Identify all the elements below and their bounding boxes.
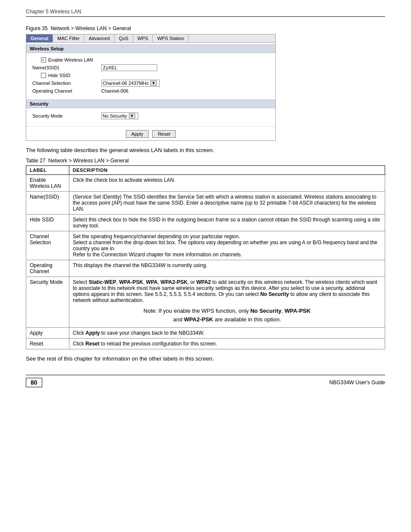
security-content: Security Mode No Security ▼: [26, 108, 275, 124]
row-desc-channel-selection: Set the operating frequency/channel depe…: [69, 231, 385, 260]
table-row: Hide SSID Select this check box to hide …: [26, 215, 385, 231]
footer-body-text-content: See the rest of this chapter for informa…: [26, 355, 214, 362]
security-section-header: Security: [26, 100, 275, 108]
row-label-security-mode: Security Mode: [26, 277, 69, 328]
row-desc-enable-wireless-lan: Click the check box to activate wireless…: [69, 175, 385, 192]
data-table: LABEL DESCRIPTION Enable Wireless LAN Cl…: [26, 165, 385, 349]
wireless-setup-label: Wireless Setup: [30, 46, 64, 51]
row-desc-reset: Click Reset to reload the previous confi…: [69, 339, 385, 349]
table-row: Security Mode Select Static-WEP, WPA-PSK…: [26, 277, 385, 328]
table-caption: Table 27 Network > Wireless LAN > Genera…: [26, 158, 385, 164]
table-caption-label: Table 27: [26, 158, 45, 164]
row-label-apply: Apply: [26, 328, 69, 339]
tab-mac-filter[interactable]: MAC Filter: [53, 34, 84, 42]
body-text: The following table describes the genera…: [26, 147, 385, 153]
table-row: Enable Wireless LAN Click the check box …: [26, 175, 385, 192]
figure-label: Figure 35: [26, 25, 48, 31]
enable-wireless-lan-row: Enable Wireless LAN: [41, 57, 269, 62]
footer-body-text: See the rest of this chapter for informa…: [26, 355, 385, 362]
wireless-setup-content: Enable Wireless LAN Name(SSID) Hide SSID…: [26, 53, 275, 98]
row-label-name-ssid: Name(SSID): [26, 192, 69, 215]
reset-button[interactable]: Reset: [152, 130, 176, 138]
tab-general[interactable]: General: [26, 34, 53, 42]
tab-wps[interactable]: WPS: [133, 34, 153, 42]
figure-title: Network > Wireless LAN > General: [50, 25, 131, 31]
tab-wps-station[interactable]: WPS Station: [153, 34, 189, 42]
channel-selection-value: Channel-06 2437MHz: [103, 81, 149, 86]
name-ssid-label: Name(SSID): [32, 65, 101, 70]
table-row: Reset Click Reset to reload the previous…: [26, 339, 385, 349]
security-mode-value: No Security: [103, 113, 127, 118]
table-row: Name(SSID) (Service Set IDentity) The SS…: [26, 192, 385, 215]
operating-channel-label: Operating Channel: [32, 88, 101, 93]
table-row: Apply Click Apply to save your changes b…: [26, 328, 385, 339]
row-label-operating-channel: Operating Channel: [26, 260, 69, 277]
security-mode-row: Security Mode No Security ▼: [32, 112, 269, 119]
chapter-title: Chapter 5 Wireless LAN: [26, 9, 81, 15]
ui-screenshot-box: General MAC Filter Advanced QoS WPS WPS …: [26, 34, 276, 141]
security-mode-note: Note: If you enable the WPS function, on…: [73, 307, 381, 324]
button-row: Apply Reset: [26, 126, 275, 140]
enable-wireless-lan-checkbox[interactable]: [41, 57, 46, 62]
col-header-description: DESCRIPTION: [69, 166, 385, 175]
security-section-label: Security: [30, 101, 48, 106]
channel-selection-select[interactable]: Channel-06 2437MHz ▼: [101, 80, 160, 87]
table-row: Channel Selection Set the operating freq…: [26, 231, 385, 260]
operating-channel-value: Channel-006: [101, 88, 128, 93]
hide-ssid-row: Hide SSID: [41, 73, 269, 78]
hide-ssid-label: Hide SSID: [48, 73, 70, 78]
col-header-label: LABEL: [26, 166, 69, 175]
row-desc-hide-ssid: Select this check box to hide the SSID i…: [69, 215, 385, 231]
guide-name: NBG334W User's Guide: [329, 380, 385, 386]
row-desc-security-mode: Select Static-WEP, WPA-PSK, WPA, WPA2-PS…: [69, 277, 385, 328]
row-desc-name-ssid: (Service Set IDentity) The SSID identifi…: [69, 192, 385, 215]
wireless-setup-section-header: Wireless Setup: [26, 44, 275, 53]
tab-bar: General MAC Filter Advanced QoS WPS WPS …: [26, 34, 275, 43]
table-row: Operating Channel This displays the chan…: [26, 260, 385, 277]
row-desc-apply: Click Apply to save your changes back to…: [69, 328, 385, 339]
table-caption-title: Network > Wireless LAN > General: [48, 158, 129, 164]
tab-advanced[interactable]: Advanced: [84, 34, 115, 42]
row-label-hide-ssid: Hide SSID: [26, 215, 69, 231]
chapter-header: Chapter 5 Wireless LAN: [26, 9, 385, 17]
name-ssid-row: Name(SSID): [32, 64, 269, 71]
security-mode-arrow: ▼: [129, 113, 135, 118]
security-mode-select[interactable]: No Security ▼: [101, 112, 138, 119]
operating-channel-row: Operating Channel Channel-006: [32, 88, 269, 93]
channel-selection-arrow: ▼: [150, 81, 157, 86]
channel-selection-row: Channel Selection Channel-06 2437MHz ▼: [32, 80, 269, 87]
security-mode-label: Security Mode: [32, 113, 101, 118]
enable-wireless-lan-label: Enable Wireless LAN: [48, 57, 93, 62]
name-ssid-input[interactable]: [101, 64, 157, 71]
row-desc-operating-channel: This displays the channel the NBG334W is…: [69, 260, 385, 277]
apply-button[interactable]: Apply: [126, 130, 149, 138]
row-label-channel-selection: Channel Selection: [26, 231, 69, 260]
row-label-enable-wireless-lan: Enable Wireless LAN: [26, 175, 69, 192]
figure-caption: Figure 35 Network > Wireless LAN > Gener…: [26, 25, 385, 31]
channel-selection-label: Channel Selection: [32, 81, 101, 86]
hide-ssid-checkbox[interactable]: [41, 73, 46, 78]
page-footer: 80 NBG334W User's Guide: [26, 375, 385, 387]
body-text-content: The following table describes the genera…: [26, 147, 214, 153]
row-label-reset: Reset: [26, 339, 69, 349]
page-number: 80: [26, 378, 42, 387]
tab-qos[interactable]: QoS: [115, 34, 133, 42]
